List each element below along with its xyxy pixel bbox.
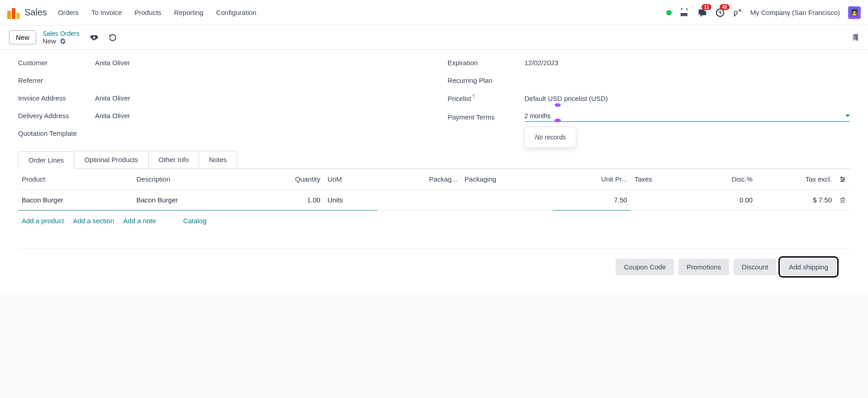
activities-icon[interactable]: 42 — [715, 8, 725, 18]
new-button[interactable]: New — [9, 30, 36, 44]
payment-terms-label: Payment Terms — [448, 113, 525, 121]
expiration-label: Expiration — [448, 59, 525, 67]
pricelist-value[interactable]: Default USD pricelist (USD) — [525, 95, 850, 102]
col-tax-excl[interactable]: Tax excl. — [756, 169, 835, 190]
help-icon[interactable]: ? — [472, 94, 475, 99]
cell-disc[interactable]: 0.00 — [689, 190, 756, 211]
payment-terms-dropdown[interactable]: No records — [525, 127, 576, 148]
add-row: Add a product Add a section Add a note C… — [18, 211, 850, 231]
tab-notes[interactable]: Notes — [199, 151, 237, 168]
svg-point-14 — [841, 177, 842, 178]
breadcrumb-current: New — [43, 37, 80, 45]
tab-other-info[interactable]: Other Info — [148, 151, 199, 168]
delivery-address-value[interactable]: Anita Oliver — [95, 112, 421, 120]
gear-icon[interactable] — [60, 38, 66, 44]
col-settings-icon[interactable] — [835, 169, 850, 190]
decoration-icon — [555, 119, 561, 122]
col-taxes[interactable]: Taxes — [631, 169, 690, 190]
customer-label: Customer — [18, 59, 95, 67]
nav-configuration[interactable]: Configuration — [216, 9, 256, 16]
user-avatar[interactable] — [848, 6, 861, 19]
company-selector[interactable]: My Company (San Francisco) — [750, 9, 840, 16]
app-logo[interactable] — [7, 6, 20, 19]
svg-rect-1 — [683, 13, 684, 14]
bookmark-icon[interactable] — [851, 33, 859, 43]
payment-terms-value: 2 months — [525, 112, 551, 120]
col-packag[interactable]: Packag... — [377, 169, 461, 190]
dropdown-no-records: No records — [535, 134, 566, 141]
add-section-link[interactable]: Add a section — [73, 217, 114, 225]
form-left-col: Customer Anita Oliver Referrer Invoice A… — [18, 59, 421, 137]
col-uom[interactable]: UoM — [324, 169, 377, 190]
tabs: Order Lines Optional Products Other Info… — [18, 151, 850, 169]
subheader: New Sales Orders New — [0, 25, 868, 50]
cloud-save-icon[interactable] — [90, 33, 99, 42]
cell-uom[interactable]: Units — [324, 190, 377, 211]
invoice-address-value[interactable]: Anita Oliver — [95, 94, 421, 102]
catalog-link[interactable]: Catalog — [183, 217, 207, 225]
svg-rect-2 — [685, 13, 687, 14]
phone-icon[interactable] — [680, 8, 689, 17]
order-lines-table: Product Description Quantity UoM Packag.… — [18, 169, 850, 211]
undo-icon[interactable] — [109, 34, 117, 42]
svg-rect-4 — [683, 15, 684, 16]
table-row[interactable]: Bacon Burger Bacon Burger 1.00 Units 7.5… — [18, 190, 850, 211]
topbar-right: 11 42 My Company (San Francisco) — [666, 6, 861, 19]
delivery-address-label: Delivery Address — [18, 112, 95, 120]
cell-taxes[interactable] — [631, 190, 690, 211]
cell-unit-price[interactable]: 7.50 — [553, 190, 631, 211]
recurring-plan-label: Recurring Plan — [448, 77, 525, 84]
payment-terms-select[interactable]: 2 months No records — [525, 112, 850, 122]
nav-products[interactable]: Products — [134, 9, 161, 16]
col-disc[interactable]: Disc.% — [689, 169, 756, 190]
cell-product[interactable]: Bacon Burger — [18, 190, 133, 211]
messages-badge: 11 — [702, 4, 711, 10]
customer-value[interactable]: Anita Oliver — [95, 59, 421, 67]
activities-badge: 42 — [720, 4, 729, 10]
svg-rect-0 — [681, 13, 682, 14]
footer-buttons: Coupon Code Promotions Discount Add ship… — [18, 249, 850, 284]
breadcrumb-current-text: New — [43, 37, 56, 45]
tab-order-lines[interactable]: Order Lines — [18, 151, 74, 169]
svg-point-15 — [843, 178, 844, 180]
cell-packaging[interactable] — [461, 190, 553, 211]
tools-icon[interactable] — [733, 8, 742, 17]
cell-packag[interactable] — [377, 190, 461, 211]
quotation-template-label: Quotation Template — [18, 129, 95, 137]
svg-point-16 — [841, 180, 843, 182]
promotions-button[interactable]: Promotions — [678, 259, 729, 275]
expiration-value[interactable]: 12/02/2023 — [525, 59, 850, 67]
cell-quantity[interactable]: 1.00 — [247, 190, 324, 211]
add-note-link[interactable]: Add a note — [123, 217, 156, 225]
discount-button[interactable]: Discount — [734, 259, 776, 275]
add-shipping-button[interactable]: Add shipping — [781, 259, 836, 275]
add-product-link[interactable]: Add a product — [22, 217, 64, 225]
nav-to-invoice[interactable]: To Invoice — [91, 9, 122, 16]
nav-reporting[interactable]: Reporting — [174, 9, 204, 16]
status-indicator[interactable] — [666, 10, 672, 15]
referrer-label: Referrer — [18, 77, 95, 84]
col-description[interactable]: Description — [133, 169, 248, 190]
breadcrumb: Sales Orders New — [43, 30, 80, 45]
svg-rect-3 — [681, 15, 682, 16]
coupon-code-button[interactable]: Coupon Code — [616, 259, 674, 275]
breadcrumb-sales-orders[interactable]: Sales Orders — [43, 30, 80, 37]
app-name[interactable]: Sales — [24, 7, 47, 18]
nav-orders[interactable]: Orders — [58, 9, 79, 16]
delete-row-icon[interactable] — [835, 190, 850, 211]
col-unit-price[interactable]: Unit Pr... — [553, 169, 631, 190]
invoice-address-label: Invoice Address — [18, 94, 95, 102]
cell-description[interactable]: Bacon Burger — [133, 190, 248, 211]
topbar: Sales Orders To Invoice Products Reporti… — [0, 0, 868, 25]
svg-rect-10 — [852, 10, 857, 11]
col-quantity[interactable]: Quantity — [247, 169, 324, 190]
pricelist-label: Pricelist? — [448, 94, 525, 102]
cell-tax-excl: $ 7.50 — [756, 190, 835, 211]
col-product[interactable]: Product — [18, 169, 133, 190]
form-right-col: Expiration 12/02/2023 Recurring Plan Pri… — [448, 59, 850, 137]
svg-rect-5 — [685, 15, 687, 16]
tab-optional-products[interactable]: Optional Products — [74, 151, 148, 168]
col-packaging[interactable]: Packaging — [461, 169, 553, 190]
caret-down-icon — [845, 114, 850, 118]
messages-icon[interactable]: 11 — [697, 8, 707, 18]
